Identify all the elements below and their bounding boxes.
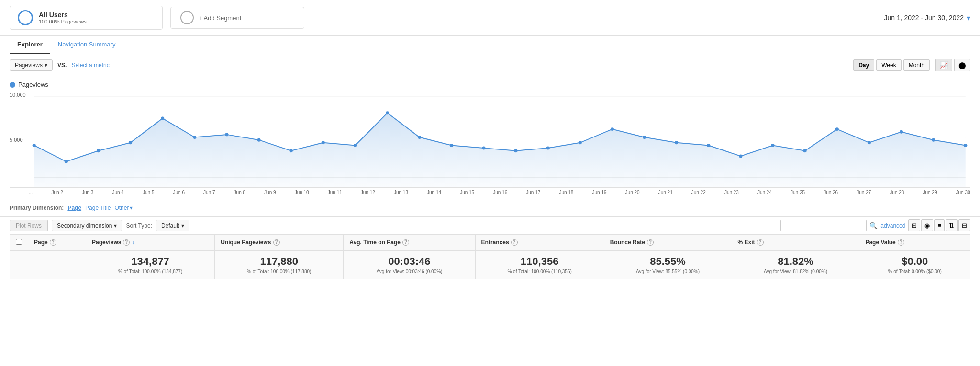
col-page-value[interactable]: Page Value ? xyxy=(859,235,970,251)
metric-dropdown[interactable]: Pageviews ▾ xyxy=(10,59,53,71)
segment-subtitle: 100.00% Pageviews xyxy=(39,19,87,24)
col-unique-pageviews[interactable]: Unique Pageviews ? xyxy=(215,235,344,251)
col-unique-pageviews-help[interactable]: ? xyxy=(273,239,280,246)
dim-page[interactable]: Page xyxy=(67,205,81,211)
svg-point-3 xyxy=(33,144,36,147)
total-unique-pageviews-value: 117,880 xyxy=(221,255,337,268)
primary-dim-label: Primary Dimension: xyxy=(10,205,64,211)
svg-point-11 xyxy=(290,149,293,152)
segment-title: All Users xyxy=(39,11,87,19)
bar-view-button[interactable]: ≡ xyxy=(934,219,945,231)
date-range[interactable]: Jun 1, 2022 - Jun 30, 2022 ▾ xyxy=(884,13,970,23)
dim-other-dropdown[interactable]: Other ▾ xyxy=(114,205,133,211)
totals-page-value: $0.00 % of Total: 0.00% ($0.00) xyxy=(859,251,970,279)
legend-dot xyxy=(10,82,15,88)
col-exit-label: % Exit xyxy=(738,239,755,246)
svg-point-17 xyxy=(482,147,485,150)
svg-point-7 xyxy=(161,117,164,120)
total-page-value-sub: % of Total: 0.00% ($0.00) xyxy=(865,269,964,274)
chart-area: Pageviews 10,000 5,000 ...Jun 2Jun 3Jun … xyxy=(0,76,980,200)
pie-view-button[interactable]: ◉ xyxy=(921,219,933,231)
table-view-button[interactable]: ⊟ xyxy=(958,219,970,231)
line-chart: 10,000 5,000 xyxy=(10,92,970,188)
svg-point-14 xyxy=(386,111,389,114)
svg-point-23 xyxy=(675,141,678,144)
total-avg-time-value: 00:03:46 xyxy=(349,255,469,268)
svg-point-19 xyxy=(546,147,550,150)
sort-dropdown[interactable]: Default ▾ xyxy=(156,220,189,231)
time-btn-month[interactable]: Month xyxy=(903,59,930,71)
svg-point-26 xyxy=(771,144,774,147)
total-entrances-sub: % of Total: 100.00% (110,356) xyxy=(481,269,598,274)
metric-label: Pageviews xyxy=(15,62,43,69)
segment-area: All Users 100.00% Pageviews + Add Segmen… xyxy=(10,6,884,30)
all-users-segment[interactable]: All Users 100.00% Pageviews xyxy=(10,6,163,30)
time-btn-week[interactable]: Week xyxy=(876,59,901,71)
search-area: 🔍 advanced ⊞ ◉ ≡ ⇅ ⊟ xyxy=(780,219,970,231)
svg-point-6 xyxy=(129,141,132,144)
select-all-header[interactable] xyxy=(10,235,28,251)
y-label-top: 10,000 xyxy=(10,92,26,98)
totals-bounce-rate: 85.55% Avg for View: 85.55% (0.00%) xyxy=(604,251,732,279)
col-page-value-help[interactable]: ? xyxy=(898,239,904,246)
svg-point-29 xyxy=(868,141,871,144)
col-page[interactable]: Page ? xyxy=(28,235,86,251)
totals-row: 134,877 % of Total: 100.00% (134,877) 11… xyxy=(10,251,970,279)
col-avg-time-help[interactable]: ? xyxy=(402,239,409,246)
legend-label: Pageviews xyxy=(18,81,48,88)
total-exit-sub: Avg for View: 81.82% (0.00%) xyxy=(738,269,854,274)
select-all-checkbox[interactable] xyxy=(16,239,22,245)
col-bounce-rate-help[interactable]: ? xyxy=(647,239,654,246)
svg-point-22 xyxy=(643,136,646,139)
svg-point-21 xyxy=(611,127,614,131)
dim-page-title[interactable]: Page Title xyxy=(85,205,111,211)
plot-rows-button[interactable]: Plot Rows xyxy=(10,220,48,231)
data-toolbar: Plot Rows Secondary dimension ▾ Sort Typ… xyxy=(0,216,980,234)
totals-pageviews: 134,877 % of Total: 100.00% (134,877) xyxy=(86,251,215,279)
pie-chart-button[interactable]: ⬤ xyxy=(954,59,970,71)
sort-arrow: ▾ xyxy=(181,222,184,229)
col-entrances-help[interactable]: ? xyxy=(511,239,518,246)
secondary-dimension-dropdown[interactable]: Secondary dimension ▾ xyxy=(52,220,122,231)
col-page-value-label: Page Value xyxy=(865,239,895,246)
chart-svg xyxy=(10,92,970,187)
add-segment-button[interactable]: + Add Segment xyxy=(170,7,304,29)
sort-value: Default xyxy=(161,222,179,229)
col-avg-time[interactable]: Avg. Time on Page ? xyxy=(344,235,475,251)
grid-view-button[interactable]: ⊞ xyxy=(908,219,920,231)
other-label: Other xyxy=(114,205,129,211)
total-pageviews-sub: % of Total: 100.00% (134,877) xyxy=(92,269,209,274)
svg-point-31 xyxy=(932,138,935,142)
col-pageviews[interactable]: Pageviews ? ↓ xyxy=(86,235,215,251)
time-btn-day[interactable]: Day xyxy=(853,59,874,71)
select-metric-link[interactable]: Select a metric xyxy=(71,62,109,69)
col-exit-help[interactable]: ? xyxy=(757,239,764,246)
col-entrances[interactable]: Entrances ? xyxy=(475,235,604,251)
total-page-value-value: $0.00 xyxy=(865,255,964,268)
total-entrances-value: 110,356 xyxy=(481,255,598,268)
advanced-link[interactable]: advanced xyxy=(880,222,905,229)
col-bounce-rate[interactable]: Bounce Rate ? xyxy=(604,235,732,251)
y-label-mid: 5,000 xyxy=(10,137,23,143)
line-chart-button[interactable]: 📈 xyxy=(935,59,952,71)
svg-point-18 xyxy=(514,149,517,152)
total-bounce-rate-sub: Avg for View: 85.55% (0.00%) xyxy=(610,269,726,274)
segment-icon xyxy=(18,10,33,25)
search-icon[interactable]: 🔍 xyxy=(869,222,878,229)
col-page-help[interactable]: ? xyxy=(50,239,56,246)
tab-explorer[interactable]: Explorer xyxy=(10,36,50,54)
chart-type-buttons: 📈 ⬤ xyxy=(935,59,970,71)
svg-point-20 xyxy=(579,141,582,144)
sec-dim-label: Secondary dimension xyxy=(57,222,112,229)
col-bounce-rate-label: Bounce Rate xyxy=(610,239,645,246)
svg-point-30 xyxy=(900,130,903,134)
tab-navigation-summary[interactable]: Navigation Summary xyxy=(50,36,123,54)
sort-view-button[interactable]: ⇅ xyxy=(946,219,958,231)
col-entrances-label: Entrances xyxy=(481,239,509,246)
other-dropdown-arrow: ▾ xyxy=(130,205,133,211)
total-unique-pageviews-sub: % of Total: 100.00% (117,880) xyxy=(221,269,337,274)
col-pageviews-help[interactable]: ? xyxy=(123,239,130,246)
svg-point-4 xyxy=(65,160,68,163)
search-input[interactable] xyxy=(780,220,867,231)
col-exit[interactable]: % Exit ? xyxy=(732,235,859,251)
